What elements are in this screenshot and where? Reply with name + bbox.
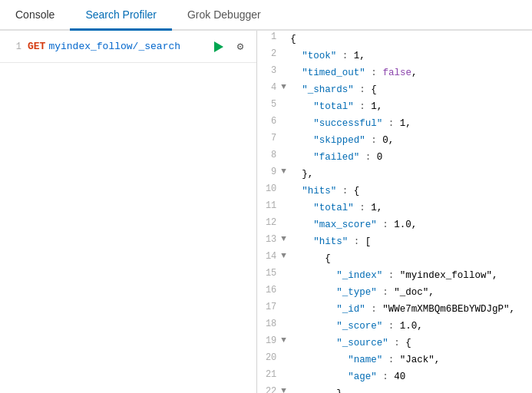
line-number: 18 — [257, 318, 279, 335]
line-number: 22 — [257, 385, 279, 393]
code-content: { — [290, 250, 532, 267]
table-row: 11 "total" : 1, — [257, 200, 532, 216]
code-area: 1{2 "took" : 1,3 "timed_out" : false,4▼ … — [257, 31, 532, 393]
line-number: 14 — [257, 250, 279, 267]
table-row: 12 "max_score" : 1.0, — [257, 216, 532, 233]
fold-arrow[interactable]: ▼ — [279, 81, 290, 98]
table-row: 21 "age" : 40 — [257, 368, 532, 385]
line-number: 15 — [257, 267, 279, 284]
table-row: 20 "name" : "Jack", — [257, 352, 532, 368]
table-row: 3 "timed_out" : false, — [257, 64, 532, 81]
line-number: 21 — [257, 368, 279, 385]
fold-arrow — [279, 368, 290, 385]
run-button[interactable] — [210, 38, 227, 55]
table-row: 22▼ } — [257, 385, 532, 393]
tab-grok-debugger[interactable]: Grok Debugger — [172, 0, 276, 31]
settings-button[interactable]: ⚙ — [232, 38, 249, 55]
right-panel[interactable]: 1{2 "took" : 1,3 "timed_out" : false,4▼ … — [257, 31, 532, 393]
line-number: 9 — [257, 166, 279, 183]
table-row: 5 "total" : 1, — [257, 98, 532, 115]
fold-arrow[interactable]: ▼ — [279, 233, 290, 250]
code-content: "hits" : { — [290, 183, 532, 200]
line-number: 10 — [257, 183, 279, 200]
code-content: "name" : "Jack", — [290, 352, 532, 368]
code-content: }, — [290, 166, 532, 183]
line-number: 12 — [257, 216, 279, 233]
table-row: 7 "skipped" : 0, — [257, 132, 532, 149]
toolbar-icons: ⚙ — [210, 38, 249, 55]
fold-arrow — [279, 132, 290, 149]
table-row: 16 "_type" : "_doc", — [257, 284, 532, 301]
table-row: 8 "failed" : 0 — [257, 149, 532, 166]
line-number: 7 — [257, 132, 279, 149]
wrench-icon: ⚙ — [237, 40, 243, 53]
table-row: 6 "successful" : 1, — [257, 115, 532, 132]
fold-arrow — [279, 183, 290, 200]
code-content: "_index" : "myindex_follow", — [290, 267, 532, 284]
table-row: 10 "hits" : { — [257, 183, 532, 200]
fold-arrow — [279, 267, 290, 284]
code-content: "failed" : 0 — [290, 149, 532, 166]
fold-arrow — [279, 301, 290, 318]
code-content: "successful" : 1, — [290, 115, 532, 132]
left-panel-body — [0, 63, 256, 393]
left-panel: 1 GET myindex_follow/_search ⚙ — [0, 31, 257, 393]
table-row: 13▼ "hits" : [ — [257, 233, 532, 250]
fold-arrow[interactable]: ▼ — [279, 335, 290, 352]
fold-arrow[interactable]: ▼ — [279, 250, 290, 267]
line-number: 11 — [257, 200, 279, 216]
play-icon — [214, 41, 223, 52]
table-row: 19▼ "_source" : { — [257, 335, 532, 352]
fold-arrow — [279, 98, 290, 115]
line-number: 19 — [257, 335, 279, 352]
line-number: 2 — [257, 48, 279, 64]
table-row: 9▼ }, — [257, 166, 532, 183]
fold-arrow[interactable]: ▼ — [279, 385, 290, 393]
query-row: 1 GET myindex_follow/_search ⚙ — [0, 31, 256, 63]
fold-arrow — [279, 352, 290, 368]
query-path[interactable]: myindex_follow/_search — [48, 41, 206, 52]
line-number: 17 — [257, 301, 279, 318]
code-content: "total" : 1, — [290, 200, 532, 216]
tab-bar: ConsoleSearch ProfilerGrok Debugger — [0, 0, 532, 31]
code-content: "_score" : 1.0, — [290, 318, 532, 335]
code-content: "hits" : [ — [290, 233, 532, 250]
fold-arrow[interactable]: ▼ — [279, 166, 290, 183]
line-number: 4 — [257, 81, 279, 98]
fold-arrow — [279, 64, 290, 81]
code-content: "timed_out" : false, — [290, 64, 532, 81]
table-row: 18 "_score" : 1.0, — [257, 318, 532, 335]
fold-arrow — [279, 48, 290, 64]
code-content: } — [290, 385, 532, 393]
code-content: "max_score" : 1.0, — [290, 216, 532, 233]
http-method: GET — [28, 41, 45, 52]
line-number: 13 — [257, 233, 279, 250]
code-content: "skipped" : 0, — [290, 132, 532, 149]
line-number: 20 — [257, 352, 279, 368]
table-row: 17 "_id" : "WWe7mXMBQm6BEbYWDJgP", — [257, 301, 532, 318]
tab-search-profiler[interactable]: Search Profiler — [70, 0, 172, 31]
code-content: "_source" : { — [290, 335, 532, 352]
fold-arrow — [279, 216, 290, 233]
fold-arrow — [279, 31, 290, 48]
code-content: "age" : 40 — [290, 368, 532, 385]
table-row: 14▼ { — [257, 250, 532, 267]
table-row: 2 "took" : 1, — [257, 48, 532, 64]
code-content: "_id" : "WWe7mXMBQm6BEbYWDJgP", — [290, 301, 532, 318]
line-number: 8 — [257, 149, 279, 166]
fold-arrow — [279, 149, 290, 166]
fold-arrow — [279, 318, 290, 335]
line-number: 16 — [257, 284, 279, 301]
code-content: "total" : 1, — [290, 98, 532, 115]
tab-console[interactable]: Console — [0, 0, 70, 31]
line-number: 5 — [257, 98, 279, 115]
line-number: 1 — [257, 31, 279, 48]
fold-arrow — [279, 284, 290, 301]
line-number: 3 — [257, 64, 279, 81]
table-row: 1{ — [257, 31, 532, 48]
code-content: { — [290, 31, 532, 48]
main-content: 1 GET myindex_follow/_search ⚙ 1{2 "took… — [0, 31, 532, 393]
fold-arrow — [279, 200, 290, 216]
code-content: "_shards" : { — [290, 81, 532, 98]
table-row: 15 "_index" : "myindex_follow", — [257, 267, 532, 284]
